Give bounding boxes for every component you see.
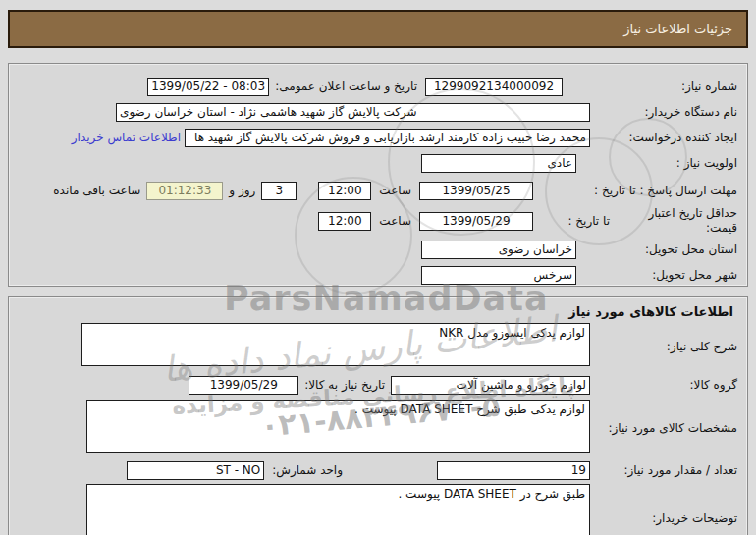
row-general-description: شرح کلی نیاز: لوازم یدکی ایسوزو مدل NKR [15, 323, 737, 370]
price-validity-label: حداقل تاریخ اعتبار قیمت: [620, 206, 737, 236]
hours-remaining-label: ساعت باقی مانده [53, 184, 140, 197]
page-title-bar: جزئیات اطلاعات نیاز [8, 10, 748, 48]
days-and-label: روز و [229, 184, 255, 197]
price-validity-hour-label: ساعت [379, 214, 411, 228]
row-delivery-province: استان محل تحویل: خراسان رضوی [15, 237, 737, 262]
price-validity-label-group: حداقل تاریخ اعتبار قیمت: تا تاریخ : [533, 206, 737, 236]
row-priority: اولویت نیاز : عادی [15, 150, 737, 176]
countdown-timer: 01:12:33 [146, 182, 223, 200]
row-goods-specs: مشخصات کالای مورد نیاز: لوازم یدکی طبق ش… [15, 400, 737, 456]
price-validity-date-field[interactable]: 1399/05/29 [419, 212, 533, 231]
announce-datetime-label: تاریخ و ساعت اعلان عمومی: [275, 80, 417, 93]
row-need-number: شماره نیاز: 1299092134000092 تاریخ و ساع… [15, 74, 737, 99]
until-date-label: تا تاریخ : [567, 214, 610, 228]
need-number-field[interactable]: 1299092134000092 [425, 78, 563, 96]
creator-field[interactable]: محمد رضا حبیب زاده کارمند ارشد بازاریابی… [185, 129, 590, 147]
goods-group-field[interactable]: لوازم خودرو و ماشین آلات [391, 376, 590, 395]
row-price-validity: حداقل تاریخ اعتبار قیمت: تا تاریخ : 1399… [15, 205, 737, 237]
delivery-city-label: شهر محل تحویل: [590, 268, 737, 282]
need-date-label: تاریخ نیاز به کالا: [304, 378, 385, 392]
response-deadline-time-field[interactable]: 12:00 [318, 182, 371, 200]
goods-specs-field[interactable]: لوازم یدکی طبق شرح DATA SHEET پیوست . [86, 400, 590, 453]
priority-field[interactable]: عادی [421, 154, 576, 173]
quantity-label: تعداد / مقدار مورد نیاز: [590, 463, 737, 477]
goods-group-label: گروه کالا: [590, 378, 737, 392]
row-response-deadline: مهلت ارسال پاسخ : تا تاریخ : 1399/05/25 … [15, 176, 737, 205]
need-date-field[interactable]: 1399/05/29 [189, 376, 298, 395]
buyer-org-field[interactable]: شرکت پالایش گاز شهید هاشمی نژاد - استان … [116, 103, 590, 122]
days-remaining-box: 3 [261, 182, 297, 200]
row-goods-group: گروه کالا: لوازم خودرو و ماشین آلات تاری… [15, 370, 737, 400]
row-buyer-org: نام دستگاه خریدار: شرکت پالایش گاز شهید … [15, 99, 737, 125]
creator-label: ایجاد کننده درخواست: [590, 131, 737, 144]
buyer-contact-link[interactable]: اطلاعات تماس خریدار [72, 131, 181, 144]
unit-field[interactable]: ST - NO [127, 461, 264, 480]
delivery-province-label: استان محل تحویل: [590, 242, 737, 256]
need-number-label: شماره نیاز: [590, 80, 737, 93]
goods-section-header: اطلاعات کالاهای مورد نیاز [15, 302, 737, 323]
need-info-panel: شماره نیاز: 1299092134000092 تاریخ و ساع… [8, 63, 748, 287]
announce-datetime-field[interactable]: 1399/05/22 - 08:03 [147, 78, 269, 96]
general-description-label: شرح کلی نیاز: [590, 340, 737, 353]
delivery-province-field[interactable]: خراسان رضوی [421, 241, 576, 259]
goods-info-panel: اطلاعات کالاهای مورد نیاز شرح کلی نیاز: … [8, 296, 748, 535]
general-description-field[interactable]: لوازم یدکی ایسوزو مدل NKR [81, 323, 590, 366]
buyer-org-label: نام دستگاه خریدار: [590, 105, 737, 119]
row-quantity: تعداد / مقدار مورد نیاز: 19 واحد شمارش: … [15, 456, 737, 484]
buyer-notes-label: توضیحات خریدار: [590, 511, 737, 525]
need-details-page: { "title_bar": "جزئیات اطلاعات نیاز", "p… [0, 0, 756, 535]
row-buyer-notes: توضیحات خریدار: طبق شرح در DATA SHEET پی… [15, 484, 737, 535]
page-title: جزئیات اطلاعات نیاز [623, 22, 732, 36]
row-delivery-city: شهر محل تحویل: سرخس [15, 262, 737, 288]
buyer-notes-field[interactable]: طبق شرح در DATA SHEET پیوست . [86, 484, 590, 535]
deadline-hour-label: ساعت [379, 184, 411, 197]
quantity-field[interactable]: 19 [437, 461, 590, 480]
response-deadline-label: مهلت ارسال پاسخ : تا تاریخ : [533, 184, 737, 197]
response-deadline-date-field[interactable]: 1399/05/25 [419, 182, 533, 200]
row-creator: ایجاد کننده درخواست: محمد رضا حبیب زاده … [15, 125, 737, 150]
price-validity-time-field[interactable]: 12:00 [318, 212, 371, 231]
delivery-city-field[interactable]: سرخس [421, 266, 576, 285]
unit-label: واحد شمارش: [272, 463, 343, 477]
goods-specs-label: مشخصات کالای مورد نیاز: [590, 421, 737, 435]
priority-label: اولویت نیاز : [590, 156, 737, 170]
